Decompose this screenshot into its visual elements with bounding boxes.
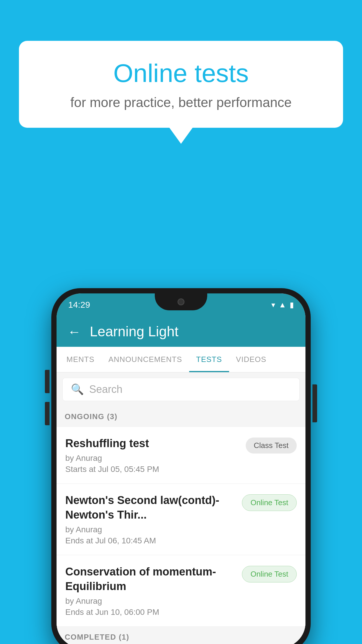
back-button[interactable]: ← [68, 325, 81, 338]
speech-bubble: Online tests for more practice, better p… [19, 41, 343, 128]
volume-down-button [45, 402, 50, 425]
completed-section-header: COMPLETED (1) [57, 627, 305, 644]
test-name-newtons: Newton's Second law(contd)-Newton's Thir… [65, 493, 236, 522]
ongoing-section-header: ONGOING (3) [57, 406, 305, 427]
phone-mockup: 14:29 ▾ ▲ ▮ ← Learning Light MENTS [51, 288, 311, 644]
test-info-reshuffling: Reshuffling test by Anurag Starts at Jul… [65, 436, 240, 474]
tab-announcements[interactable]: ANNOUNCEMENTS [101, 347, 189, 372]
test-by-conservation: by Anurag [65, 596, 236, 606]
tab-tests[interactable]: TESTS [189, 347, 229, 372]
test-item-newtons[interactable]: Newton's Second law(contd)-Newton's Thir… [57, 484, 305, 555]
test-info-conservation: Conservation of momentum-Equilibrium by … [65, 565, 236, 617]
test-date-reshuffling: Starts at Jul 05, 05:45 PM [65, 465, 240, 474]
signal-icon: ▲ [279, 300, 286, 309]
notch [155, 293, 207, 310]
test-name-reshuffling: Reshuffling test [65, 436, 240, 451]
search-box[interactable]: 🔍 Search [62, 378, 300, 401]
tab-videos[interactable]: VIDEOS [229, 347, 273, 372]
app-header: ← Learning Light [57, 316, 305, 347]
speech-bubble-subtitle: for more practice, better performance [39, 94, 323, 110]
test-item-conservation[interactable]: Conservation of momentum-Equilibrium by … [57, 555, 305, 626]
test-badge-reshuffling: Class Test [246, 438, 297, 454]
test-date-newtons: Ends at Jul 06, 10:45 AM [65, 536, 236, 545]
status-icons: ▾ ▲ ▮ [271, 300, 294, 309]
speech-bubble-title: Online tests [39, 58, 323, 88]
search-placeholder: Search [89, 383, 122, 396]
test-item-reshuffling[interactable]: Reshuffling test by Anurag Starts at Jul… [57, 427, 305, 483]
test-date-conservation: Ends at Jun 10, 06:00 PM [65, 608, 236, 617]
search-icon: 🔍 [71, 383, 84, 396]
power-button [312, 384, 317, 422]
volume-up-button [45, 370, 50, 393]
tabs-bar: MENTS ANNOUNCEMENTS TESTS VIDEOS [57, 347, 305, 372]
camera [178, 298, 184, 305]
clock: 14:29 [68, 300, 90, 310]
tab-ments[interactable]: MENTS [59, 347, 101, 372]
test-by-reshuffling: by Anurag [65, 454, 240, 463]
status-bar: 14:29 ▾ ▲ ▮ [57, 293, 305, 316]
app-title: Learning Light [90, 323, 178, 340]
test-badge-newtons: Online Test [242, 494, 297, 511]
test-name-conservation: Conservation of momentum-Equilibrium [65, 565, 236, 594]
wifi-icon: ▾ [271, 300, 275, 309]
test-badge-conservation: Online Test [242, 566, 297, 582]
search-container: 🔍 Search [57, 372, 305, 406]
speech-bubble-container: Online tests for more practice, better p… [19, 41, 343, 128]
test-info-newtons: Newton's Second law(contd)-Newton's Thir… [65, 493, 236, 545]
test-by-newtons: by Anurag [65, 525, 236, 534]
battery-icon: ▮ [290, 300, 294, 309]
